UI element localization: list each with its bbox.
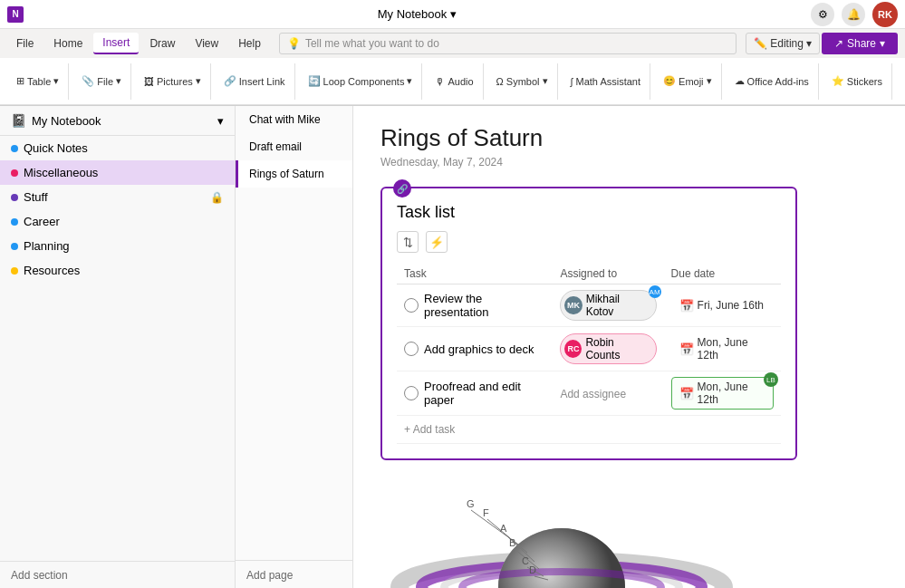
audio-button[interactable]: 🎙 Audio [429,72,478,91]
svg-text:F: F [483,507,489,518]
insert-link-button[interactable]: 🔗 Insert Link [218,72,291,91]
ribbon-group-loop: 🔄 Loop Components ▾ [299,63,423,100]
page-item-draft[interactable]: Draft email [236,133,352,160]
search-icon: 💡 [287,37,301,50]
add-task-row[interactable]: + Add task [397,416,781,444]
title-bar-center: My Notebook ▾ [378,7,457,21]
share-label: Share [847,37,876,50]
math-icon: ∫ [571,76,573,87]
notebook-title: My Notebook [378,7,448,21]
assignee-badge-1: AM [649,285,661,298]
calendar-icon-2: 📅 [679,342,694,356]
tab-insert[interactable]: Insert [93,33,139,54]
task-checkbox-1[interactable] [404,298,419,313]
page-date: Wednesday, May 7, 2024 [380,156,878,169]
office-icon: ☁ [735,75,745,87]
sidebar-item-stuff[interactable]: Stuff 🔒 [0,185,235,209]
table-button[interactable]: ⊞ Table ▾ [11,72,64,91]
symbol-button[interactable]: Ω Symbol ▾ [491,72,554,91]
office-addins-button[interactable]: ☁ Office Add-ins [729,72,814,91]
col-assigned: Assigned to [553,264,663,284]
page-item-rings[interactable]: Rings of Saturn [236,160,352,188]
tab-draw[interactable]: Draw [140,34,184,53]
editing-dropdown[interactable]: ▾ [806,37,812,50]
resources-label: Resources [24,264,224,277]
assignee-name-2: Robin Counts [585,336,648,361]
table-row: Add graphics to deck RC Robin Counts 📅 [397,327,781,371]
due-date-chip-2[interactable]: 📅 Mon, June 12th [671,333,774,365]
task-cell-3: Proofread and edit paper [397,371,553,416]
sort-button[interactable]: ⇅ [397,231,419,253]
add-assignee-button[interactable]: Add assignee [560,388,626,400]
ribbon-group-meeting: 📅 Meeting Details [896,63,905,100]
sidebar-item-miscellaneous[interactable]: Miscellaneous [0,160,235,185]
task-checkbox-3[interactable] [404,386,419,400]
notebook-dropdown-arrow[interactable]: ▾ [450,7,457,21]
bell-icon[interactable]: 🔔 [842,3,865,26]
task-list-widget: 🔗 Task list ⇅ ⚡ Task Assigned to Due dat… [380,187,797,460]
sidebar-item-career[interactable]: Career [0,209,235,234]
assignee-chip-2[interactable]: RC Robin Counts [560,333,656,364]
add-section-button[interactable]: Add section [11,569,68,582]
assignee-cell-3: Add assignee [553,371,663,416]
sidebar-item-planning[interactable]: Planning [0,234,235,258]
tab-home[interactable]: Home [44,34,91,53]
task-name-2: Add graphics to deck [424,342,534,356]
editing-button[interactable]: ✏️ Editing ▾ [746,33,820,54]
user-badge-lb: LB [764,372,778,387]
planning-dot [11,243,18,250]
quick-notes-dot [11,145,18,152]
pictures-button[interactable]: 🖼 Pictures ▾ [139,72,207,91]
svg-text:C: C [522,555,529,566]
tab-file[interactable]: File [7,34,43,53]
ribbon-group-file: 📎 File ▾ [72,63,131,100]
page-item-chat[interactable]: Chat with Mike [236,106,352,133]
task-name-1: Review the presentation [424,292,545,319]
editing-icon: ✏️ [754,37,767,50]
due-date-cell-3: 📅 Mon, June 12th LB [664,371,781,416]
notebook-dropdown-icon[interactable]: ▾ [217,114,224,128]
search-bar[interactable]: 💡 Tell me what you want to do [279,33,737,54]
add-task-label[interactable]: + Add task [397,416,781,444]
tab-view[interactable]: View [186,34,227,53]
title-bar-right: ⚙ 🔔 RK [811,2,898,27]
sidebar: 📓 My Notebook ▾ Quick Notes Miscellaneou… [0,106,236,588]
profile-avatar[interactable]: RK [872,2,898,27]
tab-help[interactable]: Help [229,34,270,53]
assignee-name-1: Mikhail Kotov [586,293,649,318]
file-button[interactable]: 📎 File ▾ [76,72,127,91]
ribbon-group-pictures: 🖼 Pictures ▾ [135,63,211,100]
filter-button[interactable]: ⚡ [426,231,448,253]
calendar-icon-3: 📅 [679,387,694,400]
loop-components-button[interactable]: 🔄 Loop Components ▾ [303,72,419,91]
col-due-date: Due date [664,264,781,284]
saturn-svg: G F A B C D Enke division [380,478,797,588]
due-date-chip-1[interactable]: 📅 Fri, June 16th [671,295,774,316]
table-row: Proofread and edit paper Add assignee 📅 … [397,371,781,416]
sidebar-item-resources[interactable]: Resources [0,258,235,283]
meeting-details-button[interactable]: 📅 Meeting Details [900,72,905,91]
sidebar-footer: Add section [0,561,235,588]
pages-panel: Chat with Mike Draft email Rings of Satu… [236,106,353,588]
math-assistant-button[interactable]: ∫ Math Assistant [565,72,647,91]
ribbon-group-stickers: ⭐ Stickers [823,63,892,100]
sidebar-header: 📓 My Notebook ▾ [0,106,235,136]
col-task: Task [397,264,553,284]
task-checkbox-2[interactable] [404,342,419,356]
ribbon-group-table: ⊞ Table ▾ [7,63,69,100]
audio-icon: 🎙 [435,76,445,87]
sidebar-item-quick-notes[interactable]: Quick Notes [0,136,235,160]
settings-icon[interactable]: ⚙ [811,3,834,26]
pictures-icon: 🖼 [144,76,154,87]
add-page-button[interactable]: Add page [246,569,293,582]
loop-icon: 🔄 [308,75,321,87]
svg-text:D: D [529,564,536,575]
assignee-cell-2: RC Robin Counts [553,327,663,371]
quick-notes-label: Quick Notes [24,141,224,155]
due-date-chip-3[interactable]: 📅 Mon, June 12th LB [671,377,774,410]
share-button[interactable]: ↗ Share ▾ [822,33,898,54]
emoji-button[interactable]: 😊 Emoji ▾ [658,72,717,91]
assignee-chip-1[interactable]: MK Mikhail Kotov AM [560,290,656,321]
stickers-button[interactable]: ⭐ Stickers [826,72,888,91]
resources-dot [11,267,18,275]
